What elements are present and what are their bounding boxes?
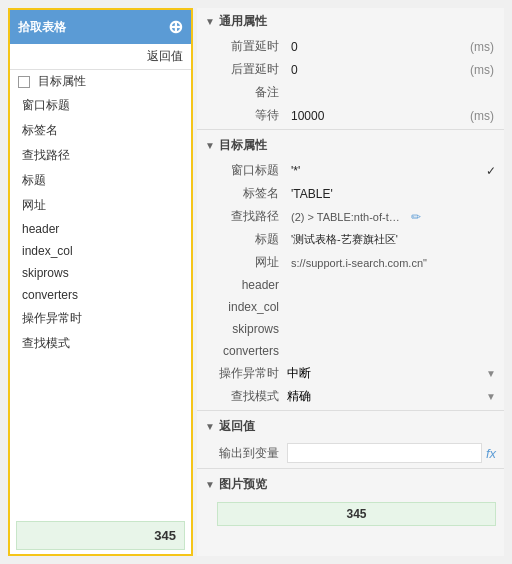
list-item[interactable]: skiprows xyxy=(10,262,191,284)
right-panel: ▼ 通用属性 前置延时 0 (ms) 后置延时 0 (ms) 备注 等待 100… xyxy=(197,8,504,556)
panel-title: 拾取表格 xyxy=(18,19,66,36)
return-value-box: 345 xyxy=(16,521,185,550)
prop-row-indexcol: index_col xyxy=(197,296,504,318)
prop-row-findpath: 查找路径 (2) > TABLE:nth-of-type(1)' ✏ xyxy=(197,205,504,228)
returnvalue-section-header[interactable]: ▼ 返回值 xyxy=(197,413,504,440)
returnvalue-arrow-icon: ▼ xyxy=(205,421,215,432)
left-panel-header: 拾取表格 ⊕ xyxy=(10,10,191,44)
target-icon: ⊕ xyxy=(168,16,183,38)
prop-row-postdelay: 后置延时 0 (ms) xyxy=(197,58,504,81)
prop-label-skiprows: skiprows xyxy=(217,322,287,336)
onerror-value: 中断 xyxy=(287,365,311,382)
prop-label-tagname: 标签名 xyxy=(217,185,287,202)
prop-label-url: 网址 xyxy=(217,254,287,271)
list-item[interactable]: 查找路径 xyxy=(10,143,191,168)
list-item[interactable]: 网址 xyxy=(10,193,191,218)
prop-label-predelay: 前置延时 xyxy=(217,38,287,55)
prop-unit-wait: (ms) xyxy=(466,109,496,123)
prop-value-note xyxy=(287,92,496,94)
general-arrow-icon: ▼ xyxy=(205,16,215,27)
prop-value-wait: 10000 xyxy=(287,108,466,124)
prop-row-onerror: 操作异常时 中断 ▼ xyxy=(197,362,504,385)
prop-row-title: 标题 '测试表格-艺赛旗社区' xyxy=(197,228,504,251)
prop-value-tagname: 'TABLE' xyxy=(287,186,496,202)
prop-row-tagname: 标签名 'TABLE' xyxy=(197,182,504,205)
prop-value-indexcol xyxy=(287,306,496,308)
preview-box: 345 xyxy=(217,502,496,526)
target-section-title: 目标属性 xyxy=(219,137,267,154)
return-label: 返回值 xyxy=(10,44,191,70)
list-item[interactable]: index_col xyxy=(10,240,191,262)
findmode-dropdown[interactable]: 精确 ▼ xyxy=(287,388,496,405)
prop-row-converters: converters xyxy=(197,340,504,362)
prop-label-header: header xyxy=(217,278,287,292)
checkbox-row: 目标属性 xyxy=(10,70,191,93)
left-panel: 拾取表格 ⊕ 返回值 目标属性 窗口标题 标签名 查找路径 标题 网址 head… xyxy=(8,8,193,556)
prop-label-findpath: 查找路径 xyxy=(217,208,287,225)
prop-row-header: header xyxy=(197,274,504,296)
checkbox-label: 目标属性 xyxy=(38,73,86,90)
prop-label-onerror: 操作异常时 xyxy=(217,365,287,382)
prop-value-url: s://support.i-search.com.cn" xyxy=(287,256,447,270)
onerror-dropdown[interactable]: 中断 ▼ xyxy=(287,365,496,382)
prop-row-wait: 等待 10000 (ms) xyxy=(197,104,504,127)
list-item[interactable]: 标题 xyxy=(10,168,191,193)
check-icon: ✓ xyxy=(482,164,496,178)
target-arrow-icon: ▼ xyxy=(205,140,215,151)
prop-row-predelay: 前置延时 0 (ms) xyxy=(197,35,504,58)
prop-label-postdelay: 后置延时 xyxy=(217,61,287,78)
prop-row-url: 网址 s://support.i-search.com.cn" xyxy=(197,251,504,274)
list-item[interactable]: converters xyxy=(10,284,191,306)
list-item[interactable]: 操作异常时 xyxy=(10,306,191,331)
output-label: 输出到变量 xyxy=(217,445,287,462)
target-section-header[interactable]: ▼ 目标属性 xyxy=(197,132,504,159)
prop-value-header xyxy=(287,284,496,286)
general-section-header[interactable]: ▼ 通用属性 xyxy=(197,8,504,35)
fx-button[interactable]: fx xyxy=(486,446,496,461)
prop-value-findpath: (2) > TABLE:nth-of-type(1)' xyxy=(287,210,407,224)
preview-section-title: 图片预览 xyxy=(219,476,267,493)
prop-label-indexcol: index_col xyxy=(217,300,287,314)
list-item[interactable]: 窗口标题 xyxy=(10,93,191,118)
prop-label-wait: 等待 xyxy=(217,107,287,124)
output-input[interactable] xyxy=(287,443,482,463)
list-item[interactable]: 标签名 xyxy=(10,118,191,143)
prop-label-wintitle: 窗口标题 xyxy=(217,162,287,179)
prop-unit-predelay: (ms) xyxy=(466,40,496,54)
onerror-dropdown-arrow: ▼ xyxy=(486,368,496,379)
prop-label-converters: converters xyxy=(217,344,287,358)
prop-label-title: 标题 xyxy=(217,231,287,248)
prop-label-findmode: 查找模式 xyxy=(217,388,287,405)
prop-row-wintitle: 窗口标题 '*' ✓ xyxy=(197,159,504,182)
list-item[interactable]: 查找模式 xyxy=(10,331,191,356)
general-section-title: 通用属性 xyxy=(219,13,267,30)
returnvalue-section-title: 返回值 xyxy=(219,418,255,435)
preview-arrow-icon: ▼ xyxy=(205,479,215,490)
edit-icon[interactable]: ✏ xyxy=(407,210,421,224)
findmode-value: 精确 xyxy=(287,388,311,405)
prop-unit-postdelay: (ms) xyxy=(466,63,496,77)
list-item[interactable]: header xyxy=(10,218,191,240)
prop-row-skiprows: skiprows xyxy=(197,318,504,340)
checkbox-icon[interactable] xyxy=(18,76,30,88)
preview-section-header[interactable]: ▼ 图片预览 xyxy=(197,471,504,498)
prop-value-skiprows xyxy=(287,328,496,330)
prop-label-note: 备注 xyxy=(217,84,287,101)
prop-row-findmode: 查找模式 精确 ▼ xyxy=(197,385,504,408)
output-row: 输出到变量 fx xyxy=(197,440,504,466)
prop-value-predelay: 0 xyxy=(287,39,466,55)
prop-value-wintitle: '*' xyxy=(287,163,482,179)
prop-value-postdelay: 0 xyxy=(287,62,466,78)
prop-value-converters xyxy=(287,350,496,352)
findmode-dropdown-arrow: ▼ xyxy=(486,391,496,402)
prop-value-title: '测试表格-艺赛旗社区' xyxy=(287,231,496,248)
left-items-list: 窗口标题 标签名 查找路径 标题 网址 header index_col ski… xyxy=(10,93,191,517)
prop-row-note: 备注 xyxy=(197,81,504,104)
